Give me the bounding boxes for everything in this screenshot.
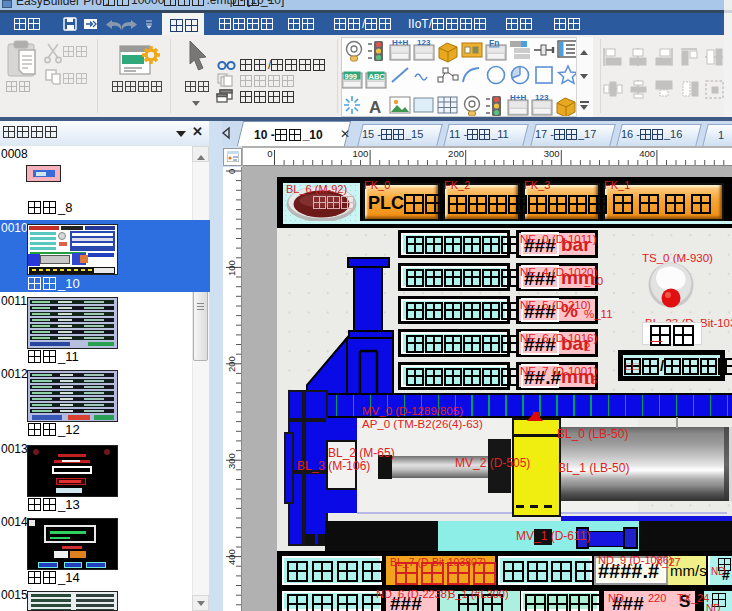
svg-text:999: 999 xyxy=(345,72,358,81)
svg-text:100: 100 xyxy=(226,260,237,276)
svg-text:123: 123 xyxy=(535,93,549,102)
svg-text:A: A xyxy=(369,98,381,116)
svg-text:400: 400 xyxy=(226,549,237,565)
svg-text:ABC: ABC xyxy=(369,72,386,81)
svg-text:H+H: H+H xyxy=(392,38,408,47)
svg-text:123: 123 xyxy=(417,38,431,47)
svg-text:200: 200 xyxy=(226,356,237,372)
svg-text:300: 300 xyxy=(226,453,237,469)
svg-text:0: 0 xyxy=(226,169,237,174)
svg-text:H+H: H+H xyxy=(510,93,526,102)
svg-text:Fn: Fn xyxy=(489,38,499,48)
